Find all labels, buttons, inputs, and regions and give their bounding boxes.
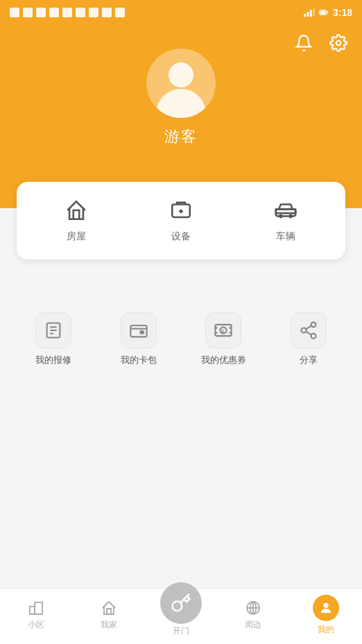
category-device[interactable]: 设备 xyxy=(128,198,233,243)
category-house-label: 房屋 xyxy=(67,230,86,243)
open-door-button[interactable] xyxy=(160,582,202,624)
tab-nearby-label: 周边 xyxy=(245,619,261,631)
svg-rect-6 xyxy=(320,10,325,14)
category-card: 房屋 设备 车辆 xyxy=(17,182,345,260)
menu-grid: 我的报修 我的卡包 ¥ xyxy=(11,298,351,373)
device-icon xyxy=(169,198,193,225)
svg-point-13 xyxy=(289,214,293,219)
svg-text:¥: ¥ xyxy=(221,328,225,334)
menu-repair-label: 我的报修 xyxy=(35,354,71,366)
repair-icon-wrapper xyxy=(35,312,71,348)
settings-button[interactable] xyxy=(326,31,351,56)
svg-point-29 xyxy=(301,328,306,333)
community-icon xyxy=(28,600,44,616)
notification-button[interactable] xyxy=(291,31,316,56)
svg-point-39 xyxy=(323,603,328,608)
coupon-icon: ¥ xyxy=(214,321,233,340)
menu-share-label: 分享 xyxy=(300,354,318,366)
menu-wallet-label: 我的卡包 xyxy=(121,354,157,366)
bell-icon xyxy=(295,34,313,52)
tab-home-label: 我家 xyxy=(101,619,117,631)
share-icon xyxy=(299,321,318,340)
svg-line-31 xyxy=(306,332,311,335)
menu-share[interactable]: 分享 xyxy=(266,312,352,366)
battery-icon xyxy=(319,8,329,17)
repair-icon xyxy=(44,321,63,340)
status-time: 3:18 xyxy=(333,7,352,18)
tab-mine[interactable]: 我的 xyxy=(290,595,362,638)
tab-community-label: 小区 xyxy=(28,619,44,631)
svg-rect-19 xyxy=(130,325,146,337)
svg-point-30 xyxy=(311,334,316,339)
home-icon xyxy=(101,600,117,616)
key-icon xyxy=(171,593,191,613)
svg-point-7 xyxy=(336,41,341,46)
status-bar: 3:18 xyxy=(0,0,362,25)
tab-open-door-label: 开门 xyxy=(173,625,189,637)
main-content: 我的报修 我的卡包 ¥ xyxy=(0,298,362,373)
avatar-area: 游客 xyxy=(146,49,216,147)
tab-community[interactable]: 小区 xyxy=(0,600,72,634)
category-device-label: 设备 xyxy=(171,230,191,243)
tab-mine-label: 我的 xyxy=(318,624,334,636)
status-dots xyxy=(10,8,125,17)
nearby-icon xyxy=(245,600,261,616)
signal-icon xyxy=(304,8,315,17)
tab-open-door[interactable]: 开门 xyxy=(145,596,217,637)
menu-coupon-label: 我的优惠券 xyxy=(201,354,246,366)
svg-rect-0 xyxy=(304,14,306,17)
svg-rect-33 xyxy=(30,607,35,614)
svg-line-32 xyxy=(306,326,311,330)
svg-rect-5 xyxy=(327,12,328,13)
coupon-icon-wrapper: ¥ xyxy=(205,312,241,348)
gear-icon xyxy=(329,34,347,52)
menu-wallet[interactable]: 我的卡包 xyxy=(96,312,182,366)
svg-rect-1 xyxy=(307,12,309,17)
mine-active-circle xyxy=(313,595,339,621)
house-icon xyxy=(64,198,88,225)
tab-bar: 小区 我家 开门 周边 xyxy=(0,588,362,644)
tab-nearby[interactable]: 周边 xyxy=(217,600,289,634)
svg-rect-2 xyxy=(310,10,312,17)
car-icon xyxy=(274,198,298,225)
menu-coupon[interactable]: ¥ 我的优惠券 xyxy=(181,312,266,366)
svg-point-12 xyxy=(279,214,283,219)
category-car-label: 车辆 xyxy=(276,230,295,243)
menu-repair[interactable]: 我的报修 xyxy=(11,312,96,366)
svg-rect-14 xyxy=(276,210,295,214)
header-icons xyxy=(291,31,351,56)
category-car[interactable]: 车辆 xyxy=(234,198,338,243)
username-label: 游客 xyxy=(164,126,198,147)
share-icon-wrapper xyxy=(291,312,327,348)
svg-point-28 xyxy=(311,322,316,327)
person-icon xyxy=(318,600,334,616)
category-house[interactable]: 房屋 xyxy=(24,198,128,243)
svg-rect-3 xyxy=(313,8,315,17)
header-area: 游客 xyxy=(0,0,362,208)
svg-rect-34 xyxy=(35,602,42,614)
wallet-icon xyxy=(129,321,148,340)
avatar[interactable] xyxy=(146,49,216,118)
svg-rect-20 xyxy=(140,331,144,334)
tab-home[interactable]: 我家 xyxy=(72,600,144,634)
wallet-icon-wrapper xyxy=(121,312,157,348)
